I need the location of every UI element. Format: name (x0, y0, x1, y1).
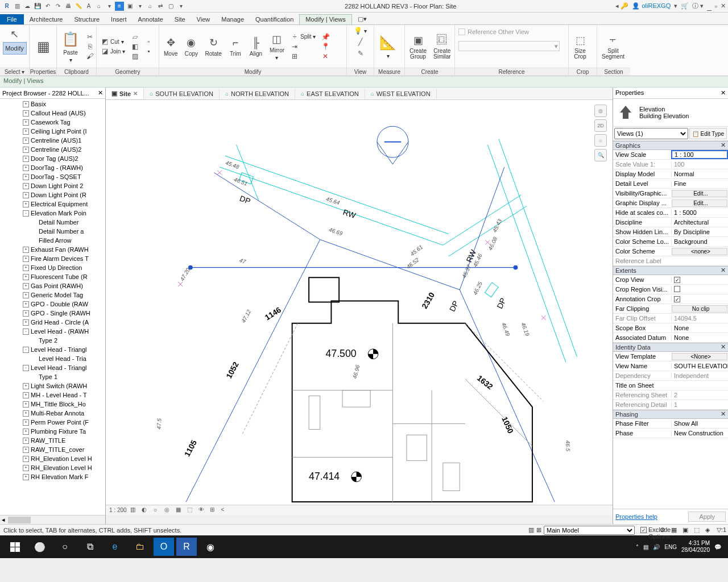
tb-edge-icon[interactable]: e (102, 535, 127, 558)
prop-row-vis_graphics[interactable]: Visibility/Graphic...Edit... (613, 189, 728, 198)
tab-extra-icon[interactable]: ▢▾ (352, 14, 373, 24)
restore-icon[interactable]: ▫ (715, 3, 717, 10)
expand-icon[interactable]: + (23, 156, 29, 162)
size-crop-button[interactable]: ⬚Size Crop (571, 32, 589, 61)
collapse-icon[interactable]: - (23, 347, 29, 353)
copy-icon-button[interactable]: ⎘ (84, 42, 96, 51)
split-segment-button[interactable]: ⫟Split Segment (599, 32, 627, 61)
close-icon[interactable]: ✕ (721, 2, 726, 10)
expand-icon[interactable]: + (23, 147, 29, 153)
expand-icon[interactable]: + (23, 429, 29, 435)
tree-item[interactable]: -Elevation Mark Poin (0, 209, 105, 218)
geom2-button[interactable]: ◧ (129, 42, 140, 51)
expand-icon[interactable]: + (23, 174, 29, 180)
exclude-options-checkbox[interactable]: ✓Exclude Options (640, 526, 656, 534)
geom5-button[interactable]: ▪ (143, 47, 154, 56)
tree-item[interactable]: +RH Elevation Mark F (0, 472, 105, 481)
tree-item[interactable]: +Basix (0, 99, 105, 109)
prop-value[interactable]: Edit... (672, 199, 727, 207)
tab-site[interactable]: Site (169, 14, 191, 24)
vc-icon9[interactable]: < (221, 506, 229, 514)
close-tab-icon[interactable]: ✕ (133, 90, 138, 97)
expand-icon[interactable]: + (23, 419, 29, 426)
reference-combo[interactable]: ▾ (458, 41, 560, 51)
view-tab[interactable]: ⌂WEST ELEVATION (365, 89, 437, 99)
tree-item[interactable]: +DoorTag - (RAWH) (0, 163, 105, 172)
expand-icon[interactable]: + (23, 456, 29, 462)
tree-item[interactable]: +RAW_TITLE_cover (0, 445, 105, 454)
rotate-button[interactable]: ↻Rotate (202, 35, 224, 58)
expand-icon[interactable]: + (23, 128, 29, 135)
tray-notifications-icon[interactable]: 💬 (714, 544, 721, 550)
tb-explorer-icon[interactable]: 🗀 (127, 535, 152, 558)
file-tab[interactable]: File (0, 14, 24, 24)
view-scale[interactable]: 1 : 200 (109, 507, 127, 513)
tree-item[interactable]: +RH_Elevation Level H (0, 463, 105, 472)
mirror-button[interactable]: ◫Mirror▾ (267, 31, 287, 62)
prop-row-show_hidden[interactable]: Show Hidden Lin...By Discipline (613, 227, 728, 237)
tree-item[interactable]: -Level Head - Triangl (0, 345, 105, 354)
qat-open-icon[interactable]: ▥ (13, 2, 22, 11)
qat-close-icon[interactable]: ▣ (125, 2, 134, 11)
vc-icon3[interactable]: ☼ (153, 506, 161, 514)
tree-item[interactable]: +Callout Head (AUS) (0, 109, 105, 118)
qat-redo-icon[interactable]: ↷ (53, 2, 63, 11)
prop-row-ref_detail[interactable]: Referencing Detail1 (613, 400, 728, 410)
tree-item[interactable]: +Grid Head - Circle (A (0, 318, 105, 327)
prop-value[interactable]: SOUTH ELEVATION (671, 363, 728, 369)
tree-item[interactable]: +Generic Model Tag (0, 290, 105, 300)
qat-saveas-icon[interactable]: 💾 (33, 2, 42, 11)
vc-icon5[interactable]: ▦ (176, 506, 184, 514)
tree-item[interactable]: +MH_Tittle Block_Ho (0, 400, 105, 409)
match-button[interactable]: 🖌 (84, 52, 96, 61)
trim-button[interactable]: ⌐Trim (226, 35, 245, 58)
tree-item[interactable]: Filled Arrow (0, 236, 105, 245)
tree-item[interactable]: +Exhaust Fan (RAWH (0, 245, 105, 254)
tree-item[interactable]: +Fluorescent Tube (R (0, 272, 105, 281)
expand-icon[interactable]: + (23, 410, 29, 417)
prop-row-annot_crop[interactable]: Annotation Crop✓ (613, 294, 728, 304)
geom3-button[interactable]: ▨ (129, 52, 140, 61)
prop-value[interactable]: Background (671, 238, 728, 245)
view3-button[interactable]: ✎ (355, 49, 366, 58)
tab-annotate[interactable]: Annotate (133, 14, 169, 24)
qat-section-icon[interactable]: ▾ (105, 2, 114, 11)
tray-volume-icon[interactable]: 🔊 (653, 544, 660, 550)
qat-print-icon[interactable]: 🖶 (64, 2, 73, 11)
pin-button[interactable]: 📌 (320, 32, 331, 41)
prop-group-graphics[interactable]: Graphics✕ (613, 141, 728, 150)
tab-view[interactable]: View (191, 14, 216, 24)
tree-item[interactable]: +RH_Elevation Level H (0, 454, 105, 463)
qat-switch-icon[interactable]: ▾ (135, 2, 144, 11)
instance-selector[interactable]: Views (1) (614, 128, 688, 139)
drawing-canvas[interactable]: ◎ 2D ⌂ 🔍 (106, 100, 613, 505)
view-tab[interactable]: ⌂NORTH ELEVATION (220, 89, 295, 99)
vc-icon1[interactable]: ▥ (130, 506, 138, 514)
cut-button[interactable]: ✂ (84, 32, 96, 41)
status-ico5[interactable]: ◈ (705, 526, 713, 534)
expand-icon[interactable]: + (23, 392, 29, 398)
cut-geom-button[interactable]: ◩Cut ▾ (99, 37, 127, 46)
prop-row-assoc_datum[interactable]: Associated DatumNone (613, 333, 728, 343)
expand-icon[interactable]: + (23, 292, 29, 298)
tree-item[interactable]: +Down Light Point 2 (0, 181, 105, 190)
qat-sync-icon[interactable]: ≡ (115, 2, 124, 11)
expand-icon[interactable]: + (23, 401, 29, 408)
status-icon1[interactable]: ▥ (528, 526, 534, 534)
user-dropdown-icon[interactable]: ▾ (674, 2, 677, 10)
prop-value[interactable]: New Construction (671, 430, 728, 436)
expand-icon[interactable]: + (23, 110, 29, 117)
qat-home-icon[interactable]: ⌂ (146, 2, 155, 11)
create-similar-button[interactable]: ⿴Create Similar (431, 32, 453, 61)
tree-item[interactable]: +Centreline (AUS)2 (0, 145, 105, 154)
tab-insert[interactable]: Insert (105, 14, 133, 24)
nav-zoom-icon[interactable]: 🔍 (594, 149, 607, 161)
canvas-scrollbar[interactable] (106, 515, 613, 524)
vc-icon8[interactable]: ⊞ (210, 506, 218, 514)
qat-link-icon[interactable]: ⇄ (156, 2, 165, 11)
unpin-button[interactable]: 📍 (320, 42, 331, 51)
checkbox-icon[interactable]: ✓ (674, 296, 680, 302)
expand-icon[interactable]: + (23, 183, 29, 189)
vc-icon7[interactable]: 👁 (198, 506, 206, 514)
expand-icon[interactable]: + (23, 465, 29, 471)
